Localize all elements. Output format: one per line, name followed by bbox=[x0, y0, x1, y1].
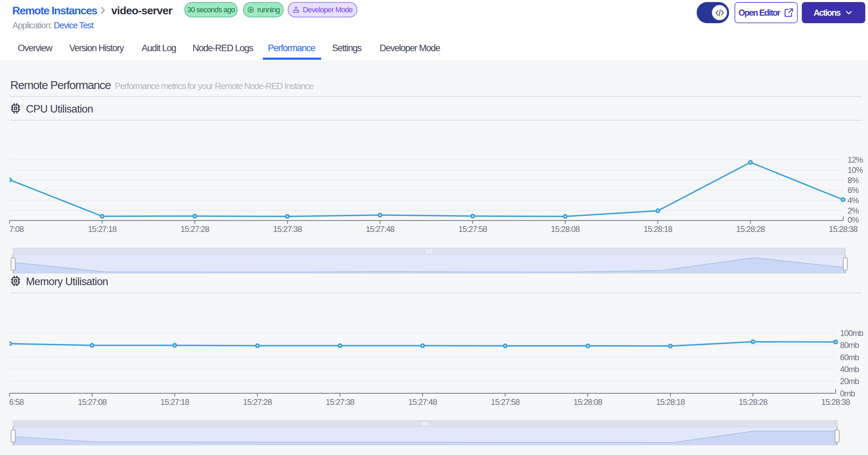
svg-text:15:28:08: 15:28:08 bbox=[573, 397, 602, 407]
svg-text:15:27:58: 15:27:58 bbox=[458, 224, 487, 234]
svg-text:15:28:18: 15:28:18 bbox=[643, 224, 672, 234]
svg-text:2%: 2% bbox=[848, 206, 859, 215]
svg-text:15:27:48: 15:27:48 bbox=[408, 397, 437, 407]
svg-text:15:28:18: 15:28:18 bbox=[656, 397, 685, 407]
svg-text:15:28:28: 15:28:28 bbox=[736, 224, 765, 234]
svg-text:15:27:38: 15:27:38 bbox=[326, 397, 355, 407]
svg-text:Remote Performance: Remote Performance bbox=[10, 78, 111, 91]
svg-text:8%: 8% bbox=[848, 176, 859, 185]
svg-text:100mb: 100mb bbox=[840, 328, 863, 338]
svg-text:80mb: 80mb bbox=[840, 340, 859, 350]
svg-text:20mb: 20mb bbox=[840, 377, 859, 386]
svg-text:Performance metrics for your R: Performance metrics for your Remote Node… bbox=[115, 81, 314, 91]
svg-text:15:28:38: 15:28:38 bbox=[821, 397, 850, 407]
svg-text:6%: 6% bbox=[848, 186, 859, 195]
svg-text:15:28:08: 15:28:08 bbox=[551, 224, 580, 234]
svg-text:15:27:18: 15:27:18 bbox=[160, 397, 189, 407]
svg-text:15:27:28: 15:27:28 bbox=[243, 397, 272, 407]
svg-text:Memory Utilisation: Memory Utilisation bbox=[26, 276, 108, 288]
svg-text:12%: 12% bbox=[848, 155, 863, 164]
svg-text:15:27:28: 15:27:28 bbox=[181, 224, 210, 234]
svg-text:60mb: 60mb bbox=[840, 353, 859, 362]
svg-text:CPU Utilisation: CPU Utilisation bbox=[26, 103, 93, 115]
svg-text:15:27:38: 15:27:38 bbox=[273, 224, 302, 234]
svg-text:15:27:48: 15:27:48 bbox=[366, 224, 395, 234]
svg-text:7:08: 7:08 bbox=[9, 224, 24, 234]
svg-text:0%: 0% bbox=[848, 215, 859, 224]
svg-text:0mb: 0mb bbox=[840, 389, 855, 398]
svg-text:6:58: 6:58 bbox=[9, 397, 24, 407]
svg-text:40mb: 40mb bbox=[840, 365, 859, 374]
svg-text:15:27:18: 15:27:18 bbox=[88, 224, 117, 234]
svg-text:15:27:58: 15:27:58 bbox=[491, 397, 520, 407]
svg-text:4%: 4% bbox=[848, 196, 859, 205]
svg-text:15:28:38: 15:28:38 bbox=[829, 224, 858, 234]
svg-text:10%: 10% bbox=[848, 165, 863, 175]
svg-text:15:28:28: 15:28:28 bbox=[739, 397, 768, 407]
svg-text:15:27:08: 15:27:08 bbox=[78, 397, 107, 407]
